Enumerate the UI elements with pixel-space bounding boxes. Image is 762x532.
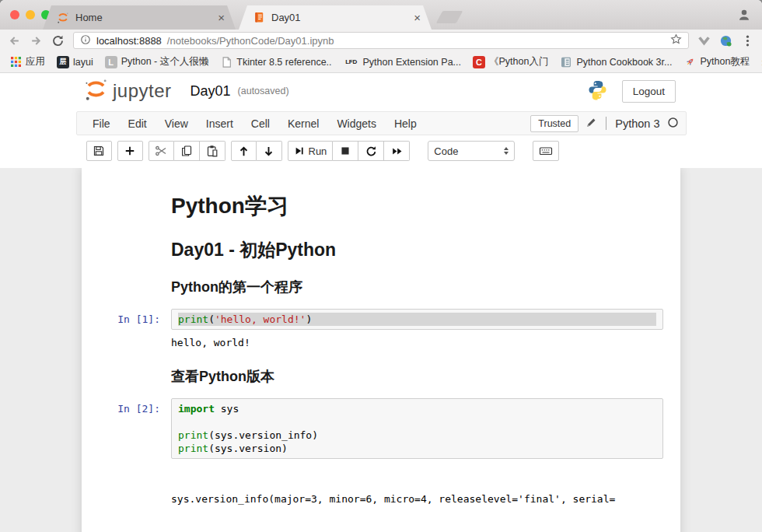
back-icon[interactable] [8, 34, 21, 47]
bookmark-star-icon[interactable] [670, 33, 682, 47]
bookmark-python-blog[interactable]: L Python - 这个人很懒 [105, 55, 209, 68]
bookmark-cookbook[interactable]: Python Cookbook 3r... [560, 56, 672, 68]
bookmark-python-tutorial[interactable]: Python教程 [683, 55, 750, 68]
browser-menu-icon[interactable] [741, 34, 754, 47]
input-prompt: In [1]: [86, 309, 171, 330]
extension-v-icon[interactable] [697, 34, 711, 47]
forward-icon[interactable] [30, 34, 43, 47]
menu-edit[interactable]: Edit [119, 117, 156, 130]
page-info-icon[interactable] [80, 34, 91, 47]
restart-icon [365, 145, 377, 157]
edit-title-pencil-icon[interactable] [585, 117, 597, 131]
menubar-wrap: File Edit View Insert Cell Kernel Widget… [0, 109, 762, 139]
move-cell-up-button[interactable] [231, 141, 257, 161]
new-tab-button[interactable] [436, 11, 463, 23]
plus-icon [124, 145, 135, 156]
bookmark-layui[interactable]: 层 layui [57, 56, 93, 68]
add-cell-button[interactable] [117, 141, 143, 161]
output-cell-2: sys.version_info(major=3, minor=6, micro… [82, 460, 680, 532]
tab-strip: Home × Day01 × [0, 0, 762, 30]
paste-cell-button[interactable] [200, 141, 225, 161]
trusted-button[interactable]: Trusted [530, 115, 578, 132]
paste-icon [206, 145, 218, 157]
notebook-container: Python学习 Day01 - 初始Python Python的第一个程序 I… [82, 168, 680, 532]
copy-icon [180, 145, 193, 157]
bookmark-label: Python - 这个人很懒 [121, 55, 209, 68]
cell-type-select[interactable]: Code [428, 141, 515, 161]
url-path: /notebooks/PythonCode/Day01.ipynb [167, 35, 334, 47]
extension-globe-icon[interactable] [719, 34, 732, 47]
bookmark-label: Tkinter 8.5 reference.. [236, 57, 331, 68]
bookmark-python-extensions[interactable]: LFD Python Extension Pa... [344, 56, 461, 68]
apps-grid-icon [9, 56, 22, 68]
copy-cell-button[interactable] [174, 141, 200, 161]
page-icon [220, 56, 232, 68]
cut-cell-button[interactable] [149, 141, 174, 161]
book-icon [560, 56, 572, 68]
restart-kernel-button[interactable] [358, 141, 384, 161]
tab-title: Home [75, 12, 218, 23]
code-cell-1[interactable]: In [1]: print('hello, world!') [82, 307, 680, 331]
interrupt-kernel-button[interactable] [333, 141, 358, 161]
command-palette-button[interactable] [533, 141, 559, 161]
browser-tab-day01[interactable]: Day01 × [239, 5, 432, 30]
notebook-scroll-area[interactable]: Python学习 Day01 - 初始Python Python的第一个程序 I… [0, 168, 762, 532]
move-cell-down-button[interactable] [257, 141, 282, 161]
step-forward-icon [294, 145, 305, 156]
stop-icon [340, 145, 351, 156]
bookmark-label: 应用 [26, 55, 45, 68]
bookmark-python-intro[interactable]: C 《Python入门 [473, 55, 548, 68]
jupyter-logo-icon[interactable] [84, 78, 108, 105]
close-window-button[interactable] [10, 10, 19, 19]
menubar-right: Trusted Python 3 [530, 115, 678, 132]
run-cell-button[interactable]: Run [288, 141, 334, 161]
keyboard-icon [539, 145, 553, 157]
logout-button[interactable]: Logout [622, 80, 676, 103]
browser-window: Home × Day01 × localhos [0, 0, 762, 532]
output-prompt [86, 333, 171, 350]
traffic-lights [10, 10, 51, 19]
menu-kernel[interactable]: Kernel [278, 117, 327, 130]
jupyter-logo-text[interactable]: jupyter [113, 80, 172, 102]
restart-run-all-button[interactable] [384, 141, 410, 161]
jupyter-header: jupyter Day01 (autosaved) Logout [0, 73, 762, 109]
input-prompt: In [2]: [86, 398, 171, 459]
address-bar[interactable]: localhost:8888/notebooks/PythonCode/Day0… [73, 32, 689, 49]
checkpoint-status: (autosaved) [238, 86, 289, 96]
bookmark-tkinter[interactable]: Tkinter 8.5 reference.. [220, 56, 331, 68]
notebook-favicon-icon [253, 12, 265, 24]
code-input-2[interactable]: import sys print(sys.version_info) print… [171, 398, 663, 459]
tab-close-icon[interactable]: × [414, 12, 421, 23]
minimize-window-button[interactable] [26, 10, 35, 19]
profile-icon[interactable] [737, 8, 751, 25]
notebook-heading3a: Python的第一个程序 [171, 278, 661, 296]
arrow-down-icon [263, 145, 274, 157]
arrow-up-icon [238, 145, 250, 157]
menu-cell[interactable]: Cell [242, 117, 278, 130]
menu-insert[interactable]: Insert [197, 117, 242, 130]
python-logo-icon [587, 79, 608, 103]
bookmarks-bar: 应用 层 layui L Python - 这个人很懒 Tkinter 8.5 … [0, 51, 762, 73]
reload-icon[interactable] [51, 34, 65, 47]
bookmark-label: 《Python入门 [489, 55, 548, 68]
bookmark-apps[interactable]: 应用 [9, 55, 45, 68]
notebook-title[interactable]: Day01 [190, 83, 231, 100]
browser-tab-home[interactable]: Home × [43, 5, 236, 30]
bookmark-label: Python Extension Pa... [363, 57, 461, 68]
menu-file[interactable]: File [84, 117, 120, 130]
output-text-1: hello, world! [171, 333, 663, 350]
save-button[interactable] [86, 141, 112, 161]
letter-l-icon: L [105, 56, 117, 68]
bookmark-label: Python教程 [700, 55, 750, 68]
notebook-heading2: Day01 - 初始Python [171, 238, 661, 262]
menu-view[interactable]: View [156, 117, 197, 130]
tab-close-icon[interactable]: × [218, 12, 225, 23]
bookmark-label: Python Cookbook 3r... [576, 57, 672, 68]
code-input-1[interactable]: print('hello, world!') [171, 309, 663, 330]
select-arrows-icon [504, 147, 509, 155]
code-cell-2[interactable]: In [2]: import sys print(sys.version_inf… [82, 397, 680, 460]
menu-help[interactable]: Help [385, 117, 425, 130]
markdown-cell-title[interactable]: Python学习 Day01 - 初始Python Python的第一个程序 [82, 191, 680, 296]
markdown-cell-section2[interactable]: 查看Python版本 [82, 367, 680, 386]
menu-widgets[interactable]: Widgets [328, 117, 386, 130]
